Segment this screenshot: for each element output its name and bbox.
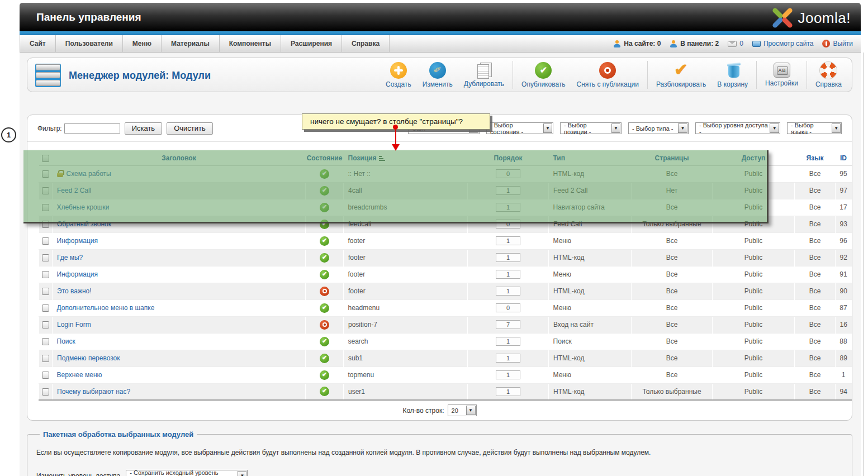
menu-item-components[interactable]: Компоненты xyxy=(220,35,281,52)
row-checkbox[interactable] xyxy=(42,304,49,312)
menu-item-help[interactable]: Справка xyxy=(342,35,390,52)
order-input[interactable]: 1 xyxy=(496,337,520,346)
order-input[interactable]: 1 xyxy=(496,370,520,379)
order-input[interactable]: 1 xyxy=(496,253,520,262)
new-button[interactable]: Создать xyxy=(380,61,417,89)
state-toggle-icon[interactable] xyxy=(320,287,329,296)
order-input[interactable]: 0 xyxy=(496,169,520,178)
row-checkbox[interactable] xyxy=(42,321,49,329)
order-input[interactable]: 1 xyxy=(496,203,520,212)
messages-count[interactable]: 0 xyxy=(728,40,743,47)
state-toggle-icon[interactable] xyxy=(320,169,329,179)
module-title-link[interactable]: Обратный звонок xyxy=(57,220,111,228)
module-title-link[interactable]: Это важно! xyxy=(57,287,92,295)
state-toggle-icon[interactable] xyxy=(320,253,329,263)
checkin-button[interactable]: Разблокировать xyxy=(651,61,712,89)
state-toggle-icon[interactable] xyxy=(320,236,329,246)
order-input[interactable]: 0 xyxy=(496,220,520,229)
access-select[interactable]: - Выбор уровня доступа -▼ xyxy=(695,122,780,134)
trash-button[interactable]: В корзину xyxy=(712,61,753,89)
module-title-link[interactable]: Схема работы xyxy=(67,170,111,178)
search-button[interactable]: Искать xyxy=(125,122,163,135)
rows-count-select[interactable]: 20▼ xyxy=(448,404,477,416)
module-title-link[interactable]: Login Form xyxy=(57,321,91,329)
module-title-link[interactable]: Feed 2 Call xyxy=(57,187,91,194)
row-checkbox[interactable] xyxy=(42,254,49,261)
row-checkbox[interactable] xyxy=(42,355,49,362)
logout-link[interactable]: Выйти xyxy=(822,40,853,47)
menu-item-users[interactable]: Пользователи xyxy=(56,35,123,52)
module-position: footer xyxy=(344,249,468,266)
module-title-link[interactable]: Дополнительное меню в шапке xyxy=(57,304,155,312)
module-type: Feed Call xyxy=(549,216,632,232)
order-input[interactable]: 1 xyxy=(496,270,520,279)
language-select[interactable]: - Выбор языка -▼ xyxy=(787,122,842,134)
preview-site-link[interactable]: Просмотр сайта xyxy=(752,40,814,47)
unpublish-button[interactable]: Снять с публикации xyxy=(571,61,644,89)
duplicate-button[interactable]: Дублировать xyxy=(458,61,510,89)
row-checkbox[interactable] xyxy=(42,388,49,396)
edit-button[interactable]: Изменить xyxy=(417,61,458,89)
batch-access-select[interactable]: - Сохранить исходный уровень доступа -▼ xyxy=(126,470,248,476)
row-checkbox[interactable] xyxy=(42,271,49,278)
select-all-checkbox[interactable] xyxy=(42,155,49,162)
order-input[interactable]: 1 xyxy=(496,287,520,296)
site-select[interactable]: Сайт▼ xyxy=(408,122,480,134)
order-input[interactable]: 0 xyxy=(496,303,520,312)
column-header-id[interactable]: ID xyxy=(836,151,852,165)
position-select[interactable]: - Выбор позиции -▼ xyxy=(560,122,622,134)
column-header-order[interactable]: Порядок xyxy=(468,151,549,165)
state-toggle-icon[interactable] xyxy=(320,220,329,229)
state-toggle-icon[interactable] xyxy=(320,203,329,212)
state-toggle-icon[interactable] xyxy=(320,303,329,313)
menu-item-site[interactable]: Сайт xyxy=(20,35,56,52)
type-select[interactable]: - Выбор типа -▼ xyxy=(628,122,689,134)
lock-icon xyxy=(57,170,63,177)
state-toggle-icon[interactable] xyxy=(320,354,329,363)
column-header-title[interactable]: Заголовок xyxy=(53,151,306,165)
menu-item-content[interactable]: Материалы xyxy=(162,35,220,52)
state-select[interactable]: - Выбор состояния -▼ xyxy=(486,122,553,134)
order-input[interactable]: 7 xyxy=(496,320,520,329)
state-toggle-icon[interactable] xyxy=(320,186,329,196)
module-title-link[interactable]: Поиск xyxy=(57,337,75,345)
row-checkbox[interactable] xyxy=(42,372,49,379)
module-title-link[interactable]: Подменю перевозок xyxy=(57,354,120,362)
publish-button[interactable]: Опубликовать xyxy=(516,61,571,89)
state-toggle-icon[interactable] xyxy=(320,370,329,380)
module-title-link[interactable]: Информация xyxy=(57,237,98,245)
order-input[interactable]: 1 xyxy=(496,186,520,195)
order-input[interactable]: 1 xyxy=(496,236,520,245)
module-title-link[interactable]: Верхнее меню xyxy=(57,371,102,379)
module-access: Public xyxy=(713,182,795,199)
help-button[interactable]: Справка xyxy=(810,61,847,89)
row-checkbox[interactable] xyxy=(42,221,49,228)
row-checkbox[interactable] xyxy=(42,237,49,245)
row-checkbox[interactable] xyxy=(42,288,49,295)
order-input[interactable]: 1 xyxy=(496,387,520,396)
menu-item-extensions[interactable]: Расширения xyxy=(281,35,342,52)
column-header-type[interactable]: Тип xyxy=(549,151,632,165)
state-toggle-icon[interactable] xyxy=(320,320,329,330)
clear-button[interactable]: Очистить xyxy=(167,122,213,135)
filter-input[interactable] xyxy=(64,123,120,134)
menu-item-menus[interactable]: Меню xyxy=(123,35,162,52)
module-title-link[interactable]: Информация xyxy=(57,270,98,278)
column-header-pages[interactable]: Страницы xyxy=(632,151,713,165)
state-toggle-icon[interactable] xyxy=(320,387,329,396)
row-checkbox[interactable] xyxy=(42,187,49,194)
state-toggle-icon[interactable] xyxy=(320,337,329,346)
column-header-position[interactable]: Позиция xyxy=(344,151,468,165)
row-checkbox[interactable] xyxy=(42,338,49,345)
order-input[interactable]: 1 xyxy=(496,354,520,363)
state-toggle-icon[interactable] xyxy=(320,270,329,279)
module-title-link[interactable]: Хлебные крошки xyxy=(57,203,110,211)
row-checkbox[interactable] xyxy=(42,204,49,211)
column-header-state[interactable]: Состояние xyxy=(306,151,344,165)
module-title-link[interactable]: Почему выбирают нас? xyxy=(57,388,130,396)
options-button[interactable]: Настройки xyxy=(760,61,804,88)
column-header-access[interactable]: Доступ xyxy=(713,151,795,165)
module-title-link[interactable]: Где мы? xyxy=(57,254,83,261)
column-header-language[interactable]: Язык xyxy=(795,151,836,165)
row-checkbox[interactable] xyxy=(42,170,49,178)
